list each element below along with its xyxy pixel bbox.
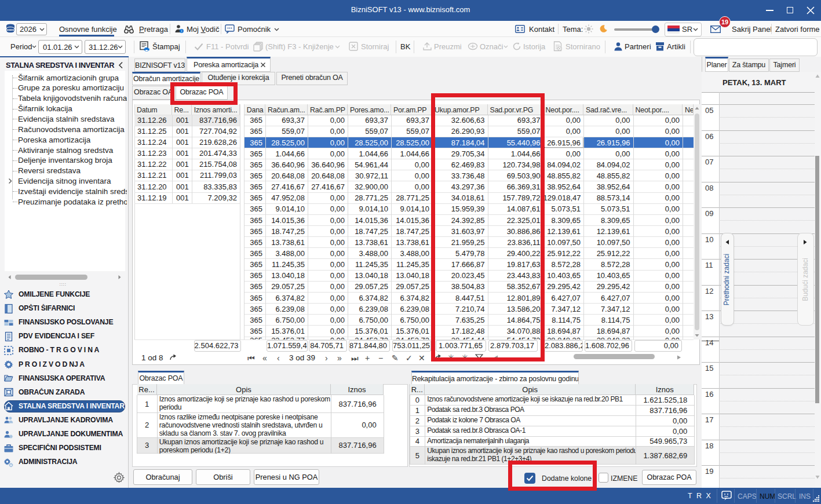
svg-text:i: i [181,29,182,33]
